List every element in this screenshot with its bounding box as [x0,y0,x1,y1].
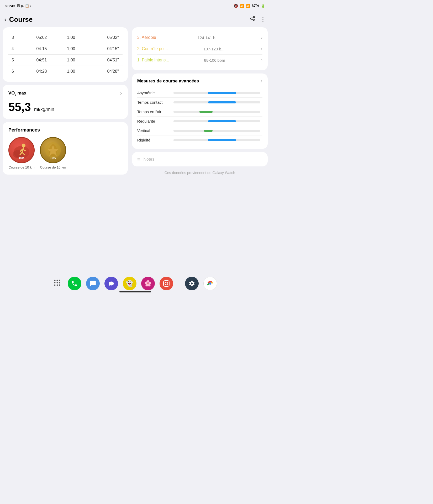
table-row: 5 04:51 1,00 04'51" [8,55,123,66]
page-title: Course [9,15,247,24]
performances-badges: 10K Course de 10 km [8,137,122,169]
svg-point-30 [209,282,211,285]
left-column: 3 05:02 1,00 05'02" 4 04:15 1,00 04'15" … [3,27,130,273]
bottom-navigation: 👻 🌸 [0,273,270,294]
zone-item: 2. Contrôle poi... 107-123 b... › [137,43,262,55]
measure-item: Régularité [137,117,262,126]
svg-point-2 [254,20,255,21]
zone-item: 3. Aérobie 124-141 b... › [137,32,262,43]
status-time: 23:43 🖼 ▶ 📋 • [5,4,31,8]
main-content: 3 05:02 1,00 05'02" 4 04:15 1,00 04'15" … [0,27,270,273]
source-text: Ces données proviennent de Galaxy Watch [132,170,268,176]
nav-divider [179,278,179,289]
svg-point-19 [54,282,55,284]
home-indicator[interactable] [119,291,151,292]
svg-point-7 [22,144,25,147]
badge-red: 10K [8,137,35,163]
zones-card: 3. Aérobie 124-141 b... › 2. Contrôle po… [132,27,268,70]
adv-chevron[interactable]: › [261,78,262,85]
performances-card: Performances [3,122,128,175]
laps-card: 3 05:02 1,00 05'02" 4 04:15 1,00 04'15" … [3,27,128,82]
table-row: 3 05:02 1,00 05'02" [8,32,123,43]
more-icon[interactable]: ⋮ [260,16,266,23]
measure-item: Vertical [137,126,262,135]
svg-point-1 [251,18,252,19]
svg-point-22 [54,285,55,286]
svg-point-18 [59,280,60,281]
vo2-chevron[interactable]: › [120,90,122,97]
badge-label-2: Course de 10 km [40,165,66,169]
svg-point-27 [165,282,168,285]
badge-gold: 10K [40,137,66,163]
svg-line-3 [252,19,254,20]
samsung-messages-icon[interactable] [104,277,118,290]
badge-item-2: 10K Course de 10 km [40,137,66,169]
performances-title: Performances [8,127,122,133]
vo2-label: VO2 max [8,91,27,96]
svg-rect-26 [163,281,169,286]
svg-point-23 [56,285,58,286]
svg-line-4 [252,17,254,18]
advanced-measures-card: Mesures de course avancées › Asymétrie T… [132,74,268,149]
measure-item: Temps contact [137,98,262,107]
svg-point-0 [254,16,255,18]
svg-point-28 [167,282,168,282]
svg-point-21 [59,282,60,284]
svg-point-24 [59,285,60,286]
chrome-app-icon[interactable] [203,277,217,290]
vo2-value: 55,3 ml/kg/min [8,101,122,114]
svg-point-17 [56,280,58,281]
settings-app-icon[interactable] [185,277,199,290]
adv-title: Mesures de course avancées [137,78,199,84]
laps-table: 3 05:02 1,00 05'02" 4 04:15 1,00 04'15" … [8,32,123,77]
header: ‹ Course ⋮ [0,12,270,27]
badge-item-1: 10K Course de 10 km [8,137,35,169]
measure-item: Temps en l'air [137,107,262,117]
vo2-card: VO2 max › 55,3 ml/kg/min [3,85,128,119]
app-drawer-button[interactable] [54,279,61,288]
signal-icon: 📶 [246,4,250,8]
badge-label-1: Course de 10 km [9,165,35,169]
notification-icons: 🖼 ▶ 📋 • [17,4,31,8]
status-bar: 23:43 🖼 ▶ 📋 • 🔇 📶 📶 67% 🔋 [0,0,270,12]
right-column: 3. Aérobie 124-141 b... › 2. Contrôle po… [130,27,268,273]
notes-placeholder: Notes [143,157,154,162]
mute-icon: 🔇 [234,4,238,8]
blossom-icon[interactable]: 🌸 [141,277,155,290]
svg-text:10K: 10K [18,156,25,160]
phone-app-icon[interactable] [68,277,81,290]
notes-icon: ≡ [137,156,140,162]
messages-app-icon[interactable] [86,277,100,290]
measure-item: Rigidité [137,135,262,145]
svg-point-20 [56,282,58,284]
status-indicators: 🔇 📶 📶 67% 🔋 [234,4,265,8]
measure-item: Asymétrie [137,88,262,98]
zone-item: 1. Faible intens... 88-106 bpm › [137,55,262,66]
battery-icon: 🔋 [261,4,265,8]
instagram-icon[interactable] [160,277,173,290]
notes-card[interactable]: ≡ Notes [132,152,268,166]
back-button[interactable]: ‹ [4,15,7,24]
svg-text:10K: 10K [50,156,56,160]
table-row: 4 04:15 1,00 04'15" [8,43,123,55]
wifi-icon: 📶 [240,4,244,8]
table-row: 6 04:28 1,00 04'28" [8,66,123,77]
snapchat-icon[interactable]: 👻 [123,277,136,290]
svg-point-16 [54,280,55,281]
share-icon[interactable] [250,16,256,23]
